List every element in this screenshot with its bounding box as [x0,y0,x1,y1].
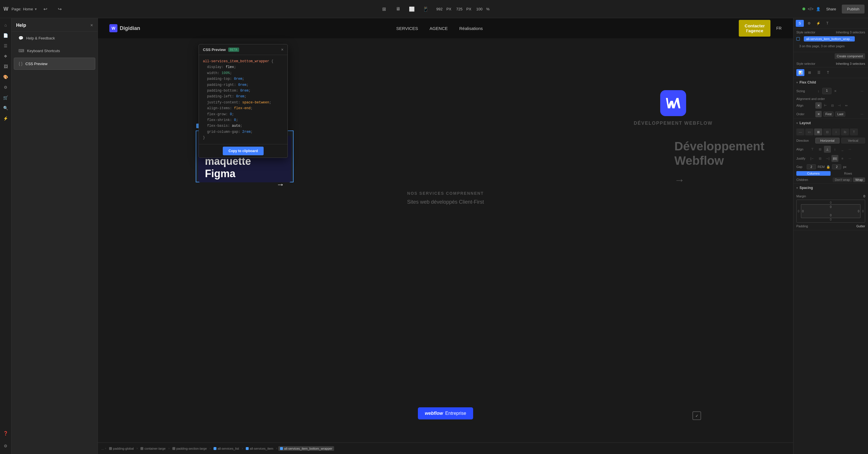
sizing-grow-btn[interactable]: ✕ [832,88,838,94]
justify-between-btn[interactable]: |⊟| [832,155,838,162]
display-inline-block-btn[interactable]: ib [841,129,849,135]
align-start-btn[interactable]: ⊤ [809,146,816,153]
breadcrumb-all-services-list[interactable]: all-services_list [212,446,241,451]
panel-close-btn[interactable]: × [90,23,93,28]
seo-icon-btn[interactable]: 🔍 [1,104,10,113]
align-options-btn[interactable]: ··· [846,146,853,153]
page-menu-icon[interactable]: ▾ [35,7,37,11]
align-right-btn[interactable]: ⊣ [836,102,842,109]
preview-mode-btn[interactable]: ⊞ [378,3,390,15]
create-component-btn[interactable]: Create component [835,53,865,59]
desktop-view-btn[interactable]: 🖥 [392,3,404,15]
help-icon-btn[interactable]: ❓ [1,429,10,438]
settings-icon-btn[interactable]: ⚙ [1,441,10,451]
order-last-btn[interactable]: Last [835,112,845,117]
justify-around-btn[interactable]: ≡ [839,155,846,162]
height-input[interactable]: 725 [454,7,465,11]
gap-lock-icon[interactable]: 🔒 [826,165,830,169]
columns-tab[interactable]: Columns [796,171,831,176]
align-baseline-btn[interactable]: _ [839,146,846,153]
cms-icon-btn[interactable]: ⚙ [1,83,10,92]
order-x-btn[interactable]: ✕ [815,111,822,117]
rp-chart-tab[interactable]: 📊 [796,69,804,76]
help-feedback-item[interactable]: 💬 Help & Feedback [14,32,95,44]
align-center-btn[interactable]: ⊟ [816,146,824,153]
nav-lang[interactable]: FR [776,26,782,31]
nav-link-agence[interactable]: AGENCE [429,26,447,31]
display-block-btn[interactable]: ▭ [805,129,813,135]
sizing-shrink-btn[interactable]: ↕ [815,88,822,94]
assets-icon-btn[interactable]: 🖼 [1,62,10,71]
rp-grid-tab[interactable]: ⊞ [806,69,814,76]
redo-btn[interactable]: ↪ [54,3,66,15]
ecom-icon-btn[interactable]: 🛒 [1,93,10,102]
layout-header[interactable]: ▾ Layout [794,119,868,127]
rp-list-tab[interactable]: ☰ [815,69,823,76]
user-icon[interactable]: 👤 [816,7,820,11]
padding-top-indicator[interactable]: 0 [830,205,832,208]
padding-left-indicator[interactable]: 0 [802,210,804,213]
keyboard-shortcuts-item[interactable]: ⌨ Keyboard Shortcuts [14,45,95,56]
padding-right-indicator[interactable]: 0 [858,210,859,213]
align-stretch-v-btn[interactable]: ↕ [832,146,838,153]
interactions-icon-btn[interactable]: ⚡ [1,114,10,123]
undo-btn[interactable]: ↩ [40,3,51,15]
rp-style-tab[interactable]: S [796,20,804,27]
rp-text-tab[interactable]: T [824,69,832,76]
styles-icon-btn[interactable]: 🎨 [1,72,10,82]
wrap-btn[interactable]: Wrap [853,177,865,182]
width-input[interactable]: 992 [434,7,445,11]
breadcrumb-padding-section[interactable]: padding-section-large [170,446,209,451]
tablet-view-btn[interactable]: ⬜ [406,3,417,15]
order-options-btn[interactable]: ··· [859,111,865,117]
copy-to-clipboard-btn[interactable]: Copy to clipboard [223,147,264,155]
pages-icon-btn[interactable]: 📄 [1,31,10,40]
css-preview-item[interactable]: { } CSS Preview [14,58,95,70]
rp-custom-tab[interactable]: T [824,20,832,27]
layers-icon-btn[interactable]: ☰ [1,41,10,50]
spacing-header[interactable]: ▾ Spacing [794,183,868,192]
align-end-btn[interactable]: ⊥ [824,146,831,153]
gap-row-value[interactable]: 2 [832,164,841,169]
webflow-entreprise-btn[interactable]: webflow Entreprise [418,407,473,420]
gap-col-value[interactable]: 2 [807,164,816,169]
zoom-input[interactable]: 100 [474,7,485,11]
display-none-btn[interactable]: — [796,129,804,135]
align-center-h-btn[interactable]: ⊟ [829,102,835,109]
sizing-options-btn[interactable]: ··· [859,88,865,94]
breadcrumb-container-large[interactable]: container-large [139,446,167,451]
nav-link-realisations[interactable]: Réalisations [459,26,483,31]
code-toggle[interactable]: </> [808,7,813,11]
margin-left-indicator[interactable]: 0 [798,210,800,213]
justify-evenly-btn[interactable]: ··· [846,155,853,162]
display-inline-btn[interactable]: i [832,129,840,135]
dont-wrap-btn[interactable]: Don't wrap [833,177,852,182]
flex-child-header[interactable]: ▾ Flex Child [794,78,868,87]
breadcrumb-padding-global[interactable]: padding-global [107,446,135,451]
direction-horizontal-btn[interactable]: Horizontal [815,138,839,143]
justify-center-btn[interactable]: ⊟ [816,155,824,162]
selector-pill[interactable]: all-services_item_bottom_wrap... [804,36,855,41]
home-icon-btn[interactable]: ⌂ [1,21,10,30]
rp-settings-tab[interactable]: ⚙ [805,20,813,27]
display-grid-btn[interactable]: ⊟ [823,129,831,135]
padding-bottom-indicator[interactable]: 0 [830,214,832,217]
margin-bottom-indicator[interactable]: 0 [830,218,832,221]
align-stretch-btn[interactable]: ⇔ [843,102,849,109]
rows-tab[interactable]: Rows [831,171,865,176]
share-button[interactable]: Share [823,5,840,13]
order-first-btn[interactable]: First [824,112,834,117]
display-flex-btn[interactable]: ⊞ [814,129,822,135]
display-options-btn[interactable]: T [850,129,858,135]
nav-link-services[interactable]: SERVICES [396,26,418,31]
publish-button[interactable]: Publish [842,5,865,13]
margin-top-indicator[interactable]: 0 [830,201,832,204]
breadcrumb-all-services-bottom-wrapper[interactable]: all-services_item_bottom_wrapper [278,446,334,451]
align-left-btn[interactable]: ⊢ [822,102,829,109]
align-x-btn[interactable]: ✕ [815,102,822,109]
justify-end-btn[interactable]: →| [824,155,831,162]
margin-right-indicator[interactable]: 0 [862,210,864,213]
components-icon-btn[interactable]: ❖ [1,52,10,61]
justify-start-btn[interactable]: |← [809,155,816,162]
breadcrumb-all-services-item[interactable]: all-services_item [244,446,275,451]
